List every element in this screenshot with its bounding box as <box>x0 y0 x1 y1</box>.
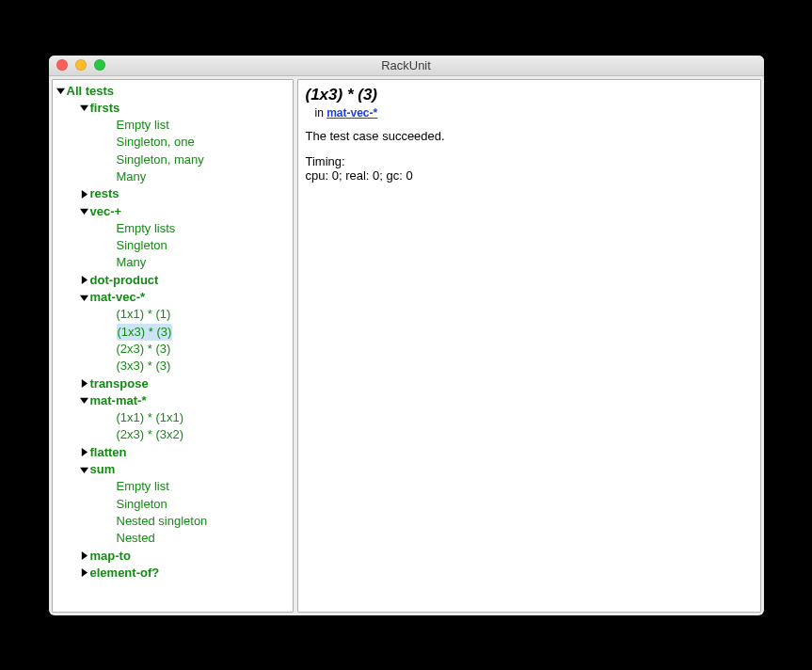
tree-item[interactable]: Singleton, many <box>55 152 291 168</box>
window-controls <box>49 59 105 71</box>
window-title: RackUnit <box>49 58 764 72</box>
disclosure-closed-icon[interactable] <box>80 379 89 389</box>
tree-item-label: (2x3) * (3x2) <box>117 426 184 443</box>
tree-item-label: firsts <box>90 100 120 117</box>
detail-pane: (1x3) * (3) in mat-vec-* The test case s… <box>297 79 761 613</box>
tree-item-label: (1x3) * (3) <box>117 324 173 341</box>
svg-marker-2 <box>82 190 88 199</box>
timing-value: cpu: 0; real: 0; gc: 0 <box>306 168 753 183</box>
test-tree: All testsfirstsEmpty listSingleton, oneS… <box>55 83 291 582</box>
svg-marker-4 <box>82 276 88 284</box>
tree-item[interactable]: mat-vec-* <box>55 289 291 306</box>
tree-item[interactable]: Many <box>55 254 291 271</box>
disclosure-closed-icon[interactable] <box>80 276 89 285</box>
suite-link[interactable]: mat-vec-* <box>326 106 377 120</box>
tree-item[interactable]: firsts <box>55 100 291 117</box>
tree-item[interactable]: (2x3) * (3) <box>55 341 291 358</box>
tree-item[interactable]: map-to <box>55 548 291 565</box>
tree-item[interactable]: Singleton, one <box>55 134 291 151</box>
tree-item-label: (1x1) * (1x1) <box>117 409 184 426</box>
tree-item-label: Singleton <box>117 237 167 254</box>
tree-item[interactable]: sum <box>55 461 291 478</box>
tree-item-label: (3x3) * (3) <box>117 358 171 375</box>
disclosure-open-icon[interactable] <box>80 396 89 406</box>
tree-item[interactable]: All tests <box>55 83 291 100</box>
tree-item[interactable]: rests <box>55 185 291 202</box>
zoom-icon[interactable] <box>94 59 105 71</box>
disclosure-open-icon[interactable] <box>80 104 89 113</box>
detail-title: (1x3) * (3) <box>306 86 753 104</box>
tree-item[interactable]: Singleton <box>55 496 291 513</box>
disclosure-open-icon[interactable] <box>80 207 89 216</box>
tree-item[interactable]: (1x1) * (1) <box>55 306 291 323</box>
app-window: RackUnit All testsfirstsEmpty listSingle… <box>49 56 764 615</box>
tree-item-label: Nested singleton <box>117 513 208 530</box>
tree-item-label: element-of? <box>90 565 160 582</box>
tree-item[interactable]: Empty list <box>55 117 291 134</box>
disclosure-closed-icon[interactable] <box>80 448 89 457</box>
tree-item-label: Nested <box>117 530 155 547</box>
tree-item[interactable]: vec-+ <box>55 203 291 220</box>
in-prefix: in <box>315 106 327 120</box>
tree-item-label: Many <box>117 168 147 185</box>
tree-item-label: transpose <box>90 375 149 392</box>
tree-item[interactable]: (3x3) * (3) <box>55 358 291 375</box>
tree-item-label: (2x3) * (3) <box>117 341 171 358</box>
disclosure-closed-icon[interactable] <box>80 568 89 578</box>
svg-marker-9 <box>80 467 88 472</box>
tree-item-label: Empty list <box>117 117 169 134</box>
tree-item-label: Many <box>117 254 147 271</box>
tree-item-label: Singleton, many <box>117 152 204 168</box>
tree-item[interactable]: Empty list <box>55 478 291 495</box>
tree-item-label: All tests <box>67 83 115 100</box>
tree-item-label: rests <box>90 185 119 202</box>
content-area: All testsfirstsEmpty listSingleton, oneS… <box>49 76 764 615</box>
tree-item[interactable]: (1x3) * (3) <box>55 324 291 341</box>
tree-item[interactable]: mat-mat-* <box>55 392 291 409</box>
test-tree-pane[interactable]: All testsfirstsEmpty listSingleton, oneS… <box>52 79 294 613</box>
tree-item[interactable]: Nested <box>55 530 291 547</box>
tree-item-label: (1x1) * (1) <box>117 306 171 323</box>
tree-item-label: mat-vec-* <box>90 289 146 306</box>
result-message: The test case succeeded. <box>306 129 753 143</box>
tree-item[interactable]: flatten <box>55 444 291 461</box>
disclosure-open-icon[interactable] <box>80 465 89 474</box>
tree-item[interactable]: (2x3) * (3x2) <box>55 426 291 443</box>
tree-item-label: dot-product <box>90 272 159 289</box>
tree-item-label: Singleton, one <box>117 134 195 151</box>
tree-item-label: flatten <box>90 444 127 461</box>
tree-item-label: Singleton <box>117 496 167 513</box>
timing-label: Timing: <box>306 154 753 168</box>
tree-item-label: Empty lists <box>117 220 176 237</box>
svg-marker-1 <box>80 105 88 111</box>
svg-marker-5 <box>80 295 88 301</box>
tree-item[interactable]: Empty lists <box>55 220 291 237</box>
disclosure-open-icon[interactable] <box>80 293 89 302</box>
titlebar: RackUnit <box>49 56 764 76</box>
svg-marker-7 <box>80 398 88 404</box>
svg-marker-0 <box>56 88 65 94</box>
tree-item-label: Empty list <box>117 478 169 495</box>
detail-location: in mat-vec-* <box>315 106 753 120</box>
disclosure-open-icon[interactable] <box>56 87 66 96</box>
tree-item-label: map-to <box>90 548 131 565</box>
disclosure-closed-icon[interactable] <box>80 551 89 561</box>
svg-marker-6 <box>82 379 88 388</box>
tree-item-label: sum <box>90 461 116 478</box>
tree-item[interactable]: dot-product <box>55 272 291 289</box>
tree-item-label: mat-mat-* <box>90 392 147 409</box>
svg-marker-10 <box>82 551 88 560</box>
tree-item[interactable]: Many <box>55 168 291 185</box>
tree-item[interactable]: element-of? <box>55 565 291 582</box>
minimize-icon[interactable] <box>75 59 87 71</box>
svg-marker-3 <box>80 209 88 215</box>
tree-item-label: vec-+ <box>90 203 122 220</box>
tree-item[interactable]: Singleton <box>55 237 291 254</box>
svg-marker-11 <box>82 568 88 577</box>
tree-item[interactable]: Nested singleton <box>55 513 291 530</box>
tree-item[interactable]: transpose <box>55 375 291 392</box>
disclosure-closed-icon[interactable] <box>80 189 89 199</box>
close-icon[interactable] <box>56 59 68 71</box>
svg-marker-8 <box>82 448 88 456</box>
tree-item[interactable]: (1x1) * (1x1) <box>55 409 291 426</box>
